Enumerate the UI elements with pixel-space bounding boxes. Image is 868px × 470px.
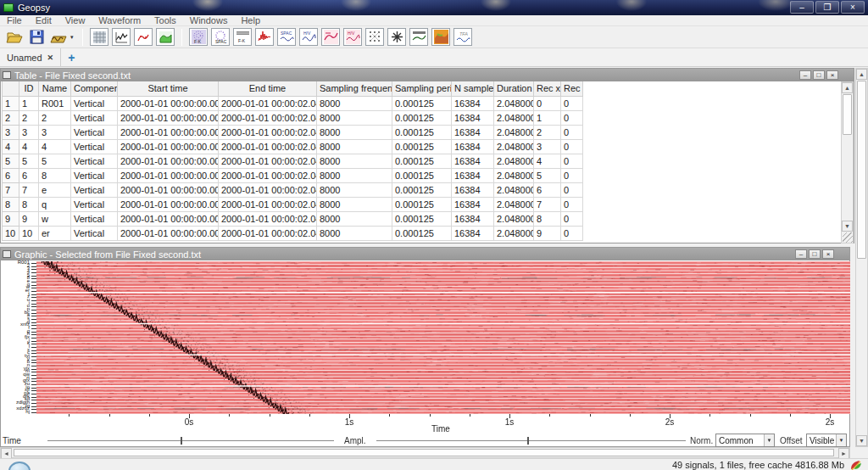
workspace-hscrollbar-thumb[interactable] xyxy=(14,449,834,456)
workspace-hscrollbar[interactable]: ◄ ► xyxy=(0,447,850,458)
tab-close-icon[interactable]: ✕ xyxy=(47,53,54,62)
cell-rec-y: 0 xyxy=(561,197,583,211)
header-filler xyxy=(583,81,821,96)
column-header-id[interactable]: ID xyxy=(19,81,39,96)
cell-start-time: 2000-01-01 00:00:00.000500 xyxy=(118,211,219,226)
title-bar[interactable]: Geopsy – ❐ × xyxy=(0,0,868,15)
save-floppy-button[interactable] xyxy=(27,28,46,46)
table-row[interactable]: 333Vertical2000-01-01 00:00:00.000500200… xyxy=(3,125,821,139)
refraction-button[interactable] xyxy=(321,28,340,46)
waveform-canvas[interactable] xyxy=(36,261,850,414)
graphic-maximize-button[interactable]: □ xyxy=(809,249,821,259)
refraction-icon xyxy=(324,30,338,44)
row-number: 3 xyxy=(3,125,19,139)
scroll-down-icon[interactable]: ▼ xyxy=(856,435,867,446)
array-grid-button[interactable] xyxy=(365,28,384,46)
trace-tick xyxy=(31,319,36,320)
table-row[interactable]: 444Vertical2000-01-01 00:00:00.000500200… xyxy=(3,139,821,154)
table-close-button[interactable]: × xyxy=(826,70,838,80)
table-row[interactable]: 77eVertical2000-01-01 00:00:00.000500200… xyxy=(3,182,821,197)
table-maximize-button[interactable]: □ xyxy=(813,70,825,80)
fk-button[interactable]: F-K xyxy=(189,28,208,46)
trace-label: dfk xyxy=(1,394,30,398)
spectrum-button[interactable] xyxy=(255,28,274,46)
tab-unamed[interactable]: Unamed ✕ xyxy=(0,48,61,66)
minimize-button[interactable]: – xyxy=(790,1,814,14)
map-orange-button[interactable] xyxy=(431,28,450,46)
menu-help[interactable]: Help xyxy=(234,15,267,26)
column-header-rec-x[interactable]: Rec x xyxy=(534,81,561,96)
column-header-start-time[interactable]: Start time xyxy=(118,81,219,96)
ampl-slider[interactable] xyxy=(376,440,686,441)
offset-combobox[interactable]: Visible ▼ xyxy=(806,434,847,447)
import-signals-button[interactable] xyxy=(49,28,68,46)
hv-curve-button[interactable]: H/V xyxy=(299,28,318,46)
close-button[interactable]: × xyxy=(841,1,865,14)
column-header-component[interactable]: Component xyxy=(71,81,118,96)
column-header-rec-y[interactable]: Rec y xyxy=(561,81,583,96)
chart-red-button[interactable] xyxy=(134,28,153,46)
import-dropdown-icon[interactable]: ▾ xyxy=(70,34,77,41)
table-row[interactable]: 1010erVertical2000-01-01 00:00:00.000500… xyxy=(3,226,821,240)
cell-rec-x: 5 xyxy=(534,168,561,182)
scroll-up-icon[interactable]: ▲ xyxy=(842,82,853,93)
workspace-vscrollbar[interactable]: ▲ ▼ xyxy=(855,68,868,447)
menu-edit[interactable]: Edit xyxy=(29,15,58,26)
cell-start-time: 2000-01-01 00:00:00.000500 xyxy=(118,182,219,197)
menu-waveform[interactable]: Waveform xyxy=(92,15,147,26)
spac-button[interactable]: SPAC xyxy=(211,28,230,46)
table-row[interactable]: 88qVertical2000-01-01 00:00:00.000500200… xyxy=(3,197,821,211)
maximize-button[interactable]: ❐ xyxy=(815,1,839,14)
new-graphic-button[interactable] xyxy=(112,28,131,46)
tfa-button[interactable]: TFA xyxy=(453,28,472,46)
menu-bar: FileEditViewWaveformToolsWindowsHelp xyxy=(0,15,868,26)
linear-fk-button[interactable]: F-K xyxy=(233,28,252,46)
map-green-button[interactable] xyxy=(156,28,175,46)
column-header-name[interactable]: Name xyxy=(39,81,71,96)
table-minimize-button[interactable]: – xyxy=(799,70,811,80)
graphic-close-button[interactable]: × xyxy=(822,249,834,259)
damping-icon xyxy=(390,30,404,44)
table-scrollbar[interactable]: ▲ ▼ xyxy=(841,81,854,243)
table-row[interactable]: 222Vertical2000-01-01 00:00:00.000500200… xyxy=(3,110,821,125)
column-header-end-time[interactable]: End time xyxy=(219,81,317,96)
column-header-n-samples[interactable]: N samples xyxy=(452,81,494,96)
table-resize-grip[interactable] xyxy=(843,232,853,243)
cell-rec-y: 0 xyxy=(561,211,583,226)
workspace-vscrollbar-thumb[interactable] xyxy=(857,81,866,259)
menu-view[interactable]: View xyxy=(58,15,92,26)
hv-spectrum-button[interactable]: H/V xyxy=(343,28,362,46)
dispersion-button[interactable] xyxy=(409,28,428,46)
norm-dropdown-icon[interactable]: ▼ xyxy=(764,434,774,446)
trace-label: er xyxy=(1,288,30,292)
new-table-button[interactable] xyxy=(90,28,108,46)
spac-curve-button[interactable]: SPAC xyxy=(277,28,296,46)
menu-tools[interactable]: Tools xyxy=(147,15,183,26)
column-header-sampling-frequency[interactable]: Sampling frequency xyxy=(317,81,392,96)
scroll-up-icon[interactable]: ▲ xyxy=(856,69,867,80)
graphic-minimize-button[interactable]: – xyxy=(795,249,807,259)
column-header-sampling-period[interactable]: Sampling period xyxy=(392,81,452,96)
norm-combobox[interactable]: Common ▼ xyxy=(715,434,775,447)
table-scrollbar-thumb[interactable] xyxy=(843,94,852,135)
graphic-window-titlebar[interactable]: Graphic - Selected from File Fixed secon… xyxy=(1,248,849,260)
row-filler xyxy=(583,110,821,125)
time-slider-handle[interactable] xyxy=(181,437,182,445)
trace-label: zdlgth xyxy=(1,400,30,404)
menu-file[interactable]: File xyxy=(0,15,29,26)
table-row[interactable]: 555Vertical2000-01-01 00:00:00.000500200… xyxy=(3,154,821,168)
table-row[interactable]: 11R001Vertical2000-01-01 00:00:00.000500… xyxy=(3,96,821,110)
time-slider[interactable] xyxy=(47,440,334,441)
folder-open-button[interactable] xyxy=(5,28,24,46)
damping-button[interactable] xyxy=(387,28,406,46)
tab-add-button[interactable]: + xyxy=(68,49,75,66)
scroll-down-icon[interactable]: ▼ xyxy=(842,221,853,232)
offset-dropdown-icon[interactable]: ▼ xyxy=(836,434,846,446)
table-row[interactable]: 99wVertical2000-01-01 00:00:00.000500200… xyxy=(3,211,821,226)
table-window-titlebar[interactable]: Table - File Fixed second.txt – □ × xyxy=(1,69,854,81)
column-header-duration[interactable]: Duration xyxy=(494,81,534,96)
table-row[interactable]: 668Vertical2000-01-01 00:00:00.000500200… xyxy=(3,168,821,182)
menu-windows[interactable]: Windows xyxy=(183,15,235,26)
ampl-slider-handle[interactable] xyxy=(527,437,529,445)
trace-label: u xyxy=(1,298,30,301)
